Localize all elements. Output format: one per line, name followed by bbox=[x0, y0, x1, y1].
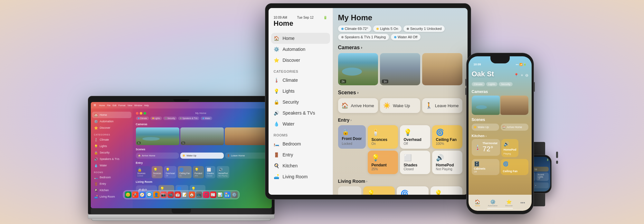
ipad-camera-outdoor[interactable]: 2s bbox=[338, 53, 378, 85]
iphone-cam1[interactable] bbox=[472, 96, 500, 115]
ipad-nav-home[interactable]: 🏠 Home bbox=[271, 33, 330, 44]
filter-pill-climate[interactable]: Climate bbox=[136, 117, 149, 120]
ipad-nav-kitchen[interactable]: 🍳 Kitchen bbox=[269, 160, 333, 171]
mac-nav-speakers[interactable]: 🔊 Speakers & TVs bbox=[91, 156, 133, 162]
filter-pill-speakers[interactable]: Speakers & TVs bbox=[178, 117, 199, 120]
mac-pendant-card[interactable]: 💡 Pendant 25% bbox=[193, 166, 204, 178]
ipad-camera-outdoor2[interactable]: 1s bbox=[380, 53, 420, 85]
ipad-shades-card[interactable]: ⬜ Shades Closed bbox=[400, 151, 430, 174]
ipad-homepod-card[interactable]: 🔊 HomePod Not Playing bbox=[432, 151, 462, 174]
menu-file[interactable]: File bbox=[107, 104, 110, 107]
dock-music[interactable]: 🎵 bbox=[203, 191, 209, 198]
ipad-nav-livingroom[interactable]: 🛋️ Living Room bbox=[269, 171, 333, 182]
traffic-light-yellow[interactable] bbox=[140, 112, 142, 115]
dock-news[interactable]: 📰 bbox=[210, 191, 216, 198]
ipad-filter-lights[interactable]: Lights 5 On bbox=[373, 25, 401, 32]
ipad-nav-discover[interactable]: ⭐ Discover bbox=[269, 55, 333, 66]
menu-help[interactable]: Help bbox=[144, 104, 149, 107]
filter-pill-water[interactable]: Water bbox=[201, 117, 212, 120]
menu-edit[interactable]: Edit bbox=[112, 104, 116, 107]
mac-nav-bedroom[interactable]: 🛏️ Bedroom bbox=[91, 174, 133, 181]
filter-pill-security[interactable]: Security bbox=[163, 117, 177, 120]
traffic-light-green[interactable] bbox=[144, 112, 146, 115]
ipad-nav-water[interactable]: 💧 Water bbox=[269, 118, 333, 129]
iphone-tab-automation[interactable]: ⚙️ Automation bbox=[488, 199, 497, 207]
dock-appstore[interactable]: 🏪 bbox=[224, 191, 231, 198]
mac-nav-water[interactable]: 💧 Water bbox=[91, 162, 133, 169]
mac-nav-home[interactable]: 🏠 Home bbox=[92, 112, 131, 118]
mac-overhead-card[interactable]: 💡 Overhead Off bbox=[164, 166, 176, 178]
mac-nav-security[interactable]: 🔒 Security bbox=[91, 149, 133, 156]
ipad-nav-climate[interactable]: 🌡️ Climate bbox=[269, 75, 333, 86]
ipad-nav-entry[interactable]: 🚪 Entry bbox=[269, 149, 333, 160]
mac-nav-lights[interactable]: 💡 Lights bbox=[91, 143, 133, 149]
iphone-pill-security[interactable]: Security bbox=[499, 82, 513, 86]
iphone-tab-more[interactable]: ••• bbox=[520, 200, 525, 205]
mac-front-door-card[interactable]: 🔒 Sconces Locked bbox=[136, 166, 150, 178]
ipad-scene-arrive[interactable]: 🏠 Arrive Home bbox=[338, 98, 378, 113]
ipad-front-door-card[interactable]: 🔒 Front Door Locked bbox=[338, 125, 366, 149]
menu-view[interactable]: View bbox=[128, 104, 132, 107]
mac-nav-discover[interactable]: ⭐ Discover bbox=[91, 125, 133, 131]
dock-photos[interactable]: 📷 bbox=[160, 191, 167, 198]
dock-numbers[interactable]: 📊 bbox=[217, 191, 223, 198]
ipad-nav-security[interactable]: 🔒 Security bbox=[269, 97, 333, 107]
ipad-filter-speakers[interactable]: Speakers & TVs 1 Playing bbox=[338, 34, 389, 40]
apple-menu[interactable]: ⌘ bbox=[93, 104, 97, 107]
iphone-add-icon[interactable]: + bbox=[521, 73, 523, 78]
iphone-minus-icon[interactable]: ⊖ bbox=[525, 73, 528, 78]
ipad-nav-lights[interactable]: 💡 Lights bbox=[269, 86, 333, 97]
iphone-kitchen-fan-card[interactable]: 🌀 Ceiling Fan bbox=[501, 159, 528, 175]
dock-safari[interactable]: 🧭 bbox=[139, 191, 146, 198]
menu-window[interactable]: Window bbox=[134, 104, 142, 107]
dock-facetime[interactable]: 📹 bbox=[167, 191, 174, 198]
ipad-accent-lights-card[interactable]: 💡 Accent Lights Off bbox=[431, 186, 462, 195]
mac-homepod-card[interactable]: 🔊 HomePod Not Playing bbox=[217, 166, 229, 178]
iphone-scene-arrive[interactable]: 🏠 Arrive Home bbox=[501, 124, 528, 131]
mac-camera-outdoor2[interactable]: 1s bbox=[180, 127, 224, 145]
ipad-scene-wakeup[interactable]: ☀️ Wake Up bbox=[380, 98, 420, 113]
iphone-scene-wakeup[interactable]: ☀️ Wake Up bbox=[472, 124, 499, 131]
dock-contacts[interactable]: 👤 bbox=[153, 191, 160, 198]
menu-format[interactable]: Format bbox=[118, 104, 126, 107]
mac-nav-entry[interactable]: 🚪 Entry bbox=[91, 181, 133, 187]
ipad-filter-climate[interactable]: Climate 69-72° bbox=[338, 25, 372, 32]
iphone-pill-climate[interactable]: Climate bbox=[472, 82, 485, 86]
watch-side-button[interactable] bbox=[556, 161, 558, 164]
mac-camera-indoor[interactable] bbox=[225, 127, 268, 145]
dock-tv[interactable]: 📺 bbox=[196, 191, 202, 198]
iphone-pill-lights[interactable]: Lights bbox=[486, 82, 497, 86]
mac-shades-card[interactable]: ⬜ Shades Closed bbox=[205, 166, 215, 178]
dock-launchpad[interactable]: 🚀 bbox=[132, 191, 138, 198]
dock-system[interactable]: ⚙️ bbox=[231, 191, 238, 198]
filter-pill-lights[interactable]: Lights bbox=[150, 117, 162, 120]
iphone-homepod-card[interactable]: 🔊 HomePod Playing bbox=[501, 139, 519, 157]
scene-arrive-home[interactable]: 🏠 Arrive Home bbox=[136, 153, 179, 159]
iphone-tab-home[interactable]: 🏠 Home bbox=[475, 199, 480, 207]
ipad-filter-water[interactable]: Water All Off bbox=[391, 34, 421, 40]
ipad-filter-security[interactable]: Security 1 Unlocked bbox=[403, 25, 445, 32]
mac-nav-climate[interactable]: 🌡️ Climate bbox=[91, 136, 133, 143]
menu-home[interactable]: Home bbox=[99, 104, 105, 107]
dock-home[interactable]: 🏠 bbox=[189, 191, 195, 198]
mac-nav-automation[interactable]: ⚙️ Automation bbox=[91, 118, 133, 125]
iphone-cabinets-card[interactable]: 🗄️ Cabinets Off bbox=[472, 159, 499, 175]
watch-crown[interactable] bbox=[556, 152, 558, 158]
dock-reminders[interactable]: 📝 bbox=[182, 191, 188, 198]
ipad-scene-leave[interactable]: 🚶 Leave Home bbox=[422, 98, 462, 113]
ipad-smart-fan-card[interactable]: 🌀 Smart Fan Off bbox=[397, 186, 429, 195]
ipad-camera-indoor[interactable] bbox=[422, 53, 462, 85]
ipad-ceilingfan-entry-card[interactable]: 🌀 Ceiling Fan 100% bbox=[432, 125, 462, 149]
iphone-tab-discover[interactable]: ⭐ Discover bbox=[505, 199, 513, 207]
ipad-pendant-card[interactable]: 💡 Pendant 25% bbox=[368, 151, 398, 174]
ipad-nav-automation[interactable]: ⚙️ Automation bbox=[269, 44, 333, 55]
iphone-cam2[interactable] bbox=[500, 96, 528, 115]
ipad-sconces-card[interactable]: 🕯️ Sconces On bbox=[368, 125, 398, 149]
ipad-nav-bedroom[interactable]: 🛏️ Bedroom bbox=[269, 138, 333, 149]
dock-calendar[interactable]: 📅 bbox=[175, 191, 181, 198]
ipad-overhead-card[interactable]: 💡 Overhead Off bbox=[400, 125, 430, 149]
dock-messages[interactable]: 💬 bbox=[146, 191, 153, 198]
ipad-ceiling-lights-card[interactable]: 💡 Ceiling Lights 95% bbox=[363, 186, 395, 195]
mac-ceilingfan-card[interactable]: 🌀 Ceiling Fan On bbox=[178, 166, 192, 178]
watch-accent-lights-card[interactable]: Accent Lights Off bbox=[536, 173, 549, 181]
